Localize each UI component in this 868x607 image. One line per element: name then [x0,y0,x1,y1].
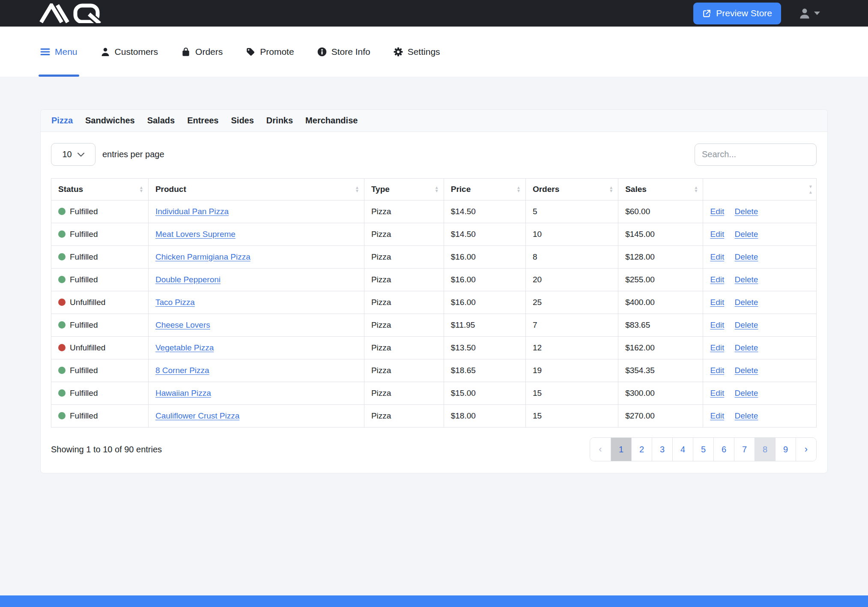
sales-cell: $255.00 [618,269,703,291]
pagination-page-3[interactable]: 3 [652,438,672,461]
product-link[interactable]: Chicken Parmigiana Pizza [155,252,251,261]
edit-link[interactable]: Edit [710,252,724,261]
status-dot-icon [58,230,66,238]
delete-link[interactable]: Delete [735,275,758,284]
nav-label-menu: Menu [55,47,78,57]
tab-merchandise[interactable]: Merchandise [305,116,358,126]
nav-item-customers[interactable]: Customers [101,27,158,77]
pagination-page-6[interactable]: 6 [713,438,734,461]
nav-label-promote: Promote [260,47,294,57]
product-link[interactable]: Individual Pan Pizza [155,207,229,216]
bottom-accent-bar [0,595,868,607]
delete-link[interactable]: Delete [735,207,758,216]
product-link[interactable]: Cheese Lovers [155,320,210,329]
pagination-page-5[interactable]: 5 [693,438,713,461]
external-link-icon [702,9,711,18]
status-label: Fulfilled [70,207,98,216]
tab-drinks[interactable]: Drinks [266,116,293,126]
product-link[interactable]: Double Pepperoni [155,275,221,284]
tab-sandwiches[interactable]: Sandwiches [85,116,135,126]
actions-cell: Edit Delete [703,291,817,314]
edit-link[interactable]: Edit [710,320,724,329]
column-header-product[interactable]: Product▲▼ [148,179,364,200]
product-cell: Individual Pan Pizza [148,200,364,223]
tab-sides[interactable]: Sides [231,116,254,126]
entries-per-page-select[interactable]: 10 [51,143,95,166]
product-link[interactable]: 8 Corner Pizza [155,366,209,375]
entries-per-page-value: 10 [62,150,72,159]
edit-link[interactable]: Edit [710,230,724,239]
product-link[interactable]: Hawaiian Pizza [155,389,211,398]
price-cell: $18.65 [444,359,525,382]
product-link[interactable]: Cauliflower Crust Pizza [155,411,239,420]
product-cell: Chicken Parmigiana Pizza [148,246,364,269]
tab-pizza[interactable]: Pizza [51,116,73,126]
column-header-sales[interactable]: Sales▲▼ [618,179,703,200]
edit-link[interactable]: Edit [710,207,724,216]
top-navbar: Preview Store [0,0,868,27]
delete-link[interactable]: Delete [735,389,758,398]
tab-salads[interactable]: Salads [147,116,175,126]
pagination-prev[interactable]: ‹ [590,438,611,461]
column-header-status[interactable]: Status▲▼ [51,179,149,200]
status-label: Fulfilled [70,320,98,329]
nav-item-promote[interactable]: Promote [246,27,294,77]
column-header-orders[interactable]: Orders▲▼ [525,179,618,200]
table-row: Fulfilled Meat Lovers Supreme Pizza $14.… [51,223,817,246]
column-header-price[interactable]: Price▲▼ [444,179,525,200]
nav-label-settings: Settings [408,47,440,57]
nav-item-menu[interactable]: Menu [40,27,78,77]
edit-link[interactable]: Edit [710,389,724,398]
pagination-page-7[interactable]: 7 [734,438,755,461]
product-link[interactable]: Vegetable Pizza [155,343,214,352]
preview-store-button[interactable]: Preview Store [693,3,781,24]
nav-item-orders[interactable]: Orders [181,27,223,77]
delete-link[interactable]: Delete [735,320,758,329]
edit-link[interactable]: Edit [710,366,724,375]
status-cell: Fulfilled [51,405,149,428]
nav-label-store-info: Store Info [331,47,370,57]
product-cell: Cheese Lovers [148,314,364,337]
nav-item-settings[interactable]: Settings [394,27,440,77]
app-logo[interactable] [39,3,103,23]
search-input[interactable] [695,144,817,166]
type-cell: Pizza [364,314,444,337]
info-circle-icon [317,47,327,57]
price-cell: $14.50 [444,223,525,246]
pagination-page-9[interactable]: 9 [775,438,796,461]
product-link[interactable]: Taco Pizza [155,298,195,307]
status-label: Fulfilled [70,275,98,284]
delete-link[interactable]: Delete [735,298,758,307]
price-cell: $11.95 [444,314,525,337]
user-menu[interactable] [799,8,820,19]
delete-link[interactable]: Delete [735,343,758,352]
pagination-page-1[interactable]: 1 [611,438,631,461]
pagination-page-2[interactable]: 2 [631,438,652,461]
column-header-type[interactable]: Type▲▼ [364,179,444,200]
table-header-row: Status▲▼ Product▲▼ Type▲▼ Price▲▼ Orders… [51,179,817,200]
edit-link[interactable]: Edit [710,411,724,420]
edit-link[interactable]: Edit [710,275,724,284]
pagination-next[interactable]: › [796,438,816,461]
table-row: Fulfilled Double Pepperoni Pizza $16.00 … [51,269,817,291]
delete-link[interactable]: Delete [735,366,758,375]
products-table-wrap: Status▲▼ Product▲▼ Type▲▼ Price▲▼ Orders… [41,166,827,428]
nav-item-store-info[interactable]: Store Info [317,27,370,77]
edit-link[interactable]: Edit [710,298,724,307]
edit-link[interactable]: Edit [710,343,724,352]
tab-entrees[interactable]: Entrees [187,116,218,126]
product-link[interactable]: Meat Lovers Supreme [155,230,236,239]
status-cell: Fulfilled [51,314,149,337]
orders-cell: 15 [525,382,618,405]
delete-link[interactable]: Delete [735,230,758,239]
delete-link[interactable]: Delete [735,252,758,261]
delete-link[interactable]: Delete [735,411,758,420]
type-cell: Pizza [364,291,444,314]
column-header-actions[interactable]: ▼▲ [703,179,817,200]
pagination-page-4[interactable]: 4 [672,438,693,461]
pagination-page-8[interactable]: 8 [755,438,775,461]
caret-down-icon [814,12,820,15]
products-table: Status▲▼ Product▲▼ Type▲▼ Price▲▼ Orders… [51,178,817,428]
bag-icon [181,47,191,57]
status-dot-icon [58,299,66,306]
